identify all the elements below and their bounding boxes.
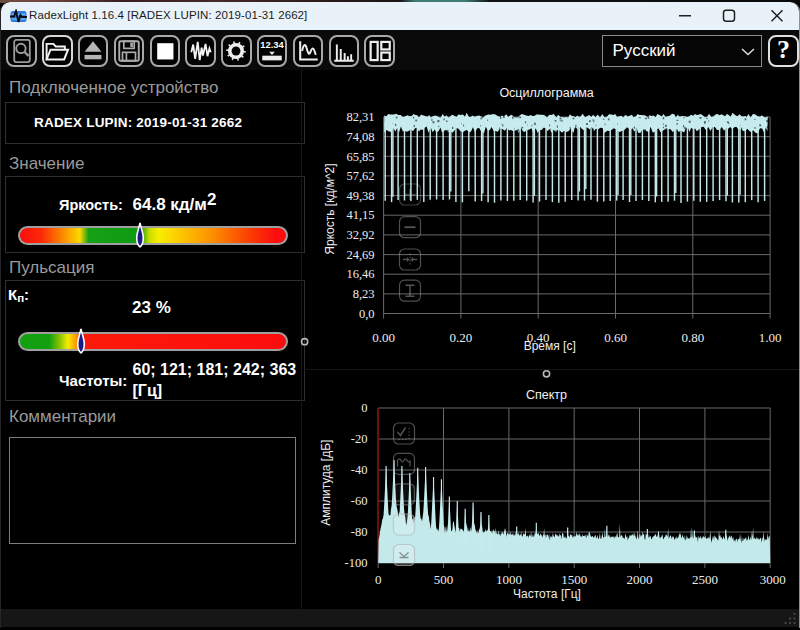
svg-text:0.60: 0.60 bbox=[604, 330, 627, 345]
svg-text:Осциллограмма: Осциллограмма bbox=[499, 86, 593, 100]
svg-text:Частота [Гц]: Частота [Гц] bbox=[513, 587, 581, 601]
svg-text:24,69: 24,69 bbox=[346, 248, 374, 262]
svg-text:8,23: 8,23 bbox=[353, 287, 375, 301]
svg-text:57,62: 57,62 bbox=[346, 169, 374, 183]
svg-text:-40: -40 bbox=[351, 463, 368, 477]
svg-text:-60: -60 bbox=[351, 494, 368, 508]
svg-text:Яркость [кд/м^2]: Яркость [кд/м^2] bbox=[323, 163, 337, 254]
svg-text:0: 0 bbox=[361, 401, 367, 415]
svg-text:82,31: 82,31 bbox=[346, 110, 374, 124]
svg-text:0.80: 0.80 bbox=[681, 330, 704, 345]
svg-text:3000: 3000 bbox=[760, 572, 786, 587]
svg-text:500: 500 bbox=[434, 572, 454, 587]
svg-text:65,85: 65,85 bbox=[346, 150, 374, 164]
svg-text:32,92: 32,92 bbox=[346, 228, 374, 242]
svg-text:2000: 2000 bbox=[627, 572, 653, 587]
svg-text:1500: 1500 bbox=[561, 572, 587, 587]
svg-text:16,46: 16,46 bbox=[346, 267, 374, 281]
svg-text:0.20: 0.20 bbox=[450, 330, 473, 345]
svg-text:-20: -20 bbox=[351, 432, 368, 446]
svg-text:Время [с]: Время [с] bbox=[524, 339, 576, 353]
svg-text:74,08: 74,08 bbox=[346, 130, 374, 144]
svg-text:0,0: 0,0 bbox=[359, 307, 375, 321]
svg-text:49,38: 49,38 bbox=[346, 189, 374, 203]
svg-text:2500: 2500 bbox=[692, 572, 718, 587]
svg-text:1000: 1000 bbox=[496, 572, 522, 587]
svg-text:41,15: 41,15 bbox=[346, 208, 374, 222]
svg-text:-80: -80 bbox=[351, 525, 368, 539]
svg-text:Спектр: Спектр bbox=[526, 388, 567, 402]
svg-text:0.00: 0.00 bbox=[372, 330, 395, 345]
svg-text:1.00: 1.00 bbox=[759, 330, 782, 345]
svg-text:Амплитуда [дБ]: Амплитуда [дБ] bbox=[319, 440, 333, 526]
svg-text:0: 0 bbox=[375, 572, 382, 587]
svg-text:-100: -100 bbox=[345, 556, 368, 570]
